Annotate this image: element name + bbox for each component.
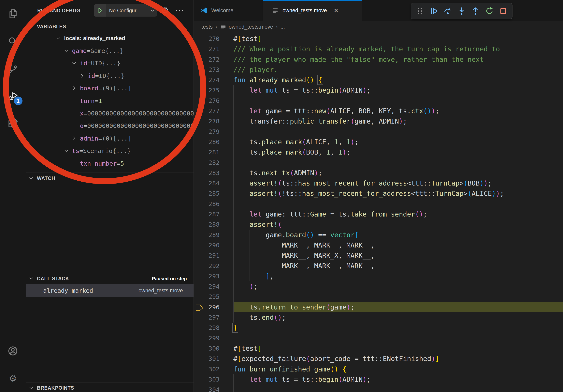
debug-config-dropdown[interactable]: No Configur… [94, 4, 157, 17]
continue-button[interactable] [428, 5, 440, 17]
breadcrumb-item[interactable]: ... [281, 24, 285, 30]
code-line-271[interactable]: 271/// When a position is already marked… [194, 44, 563, 54]
code-line-299[interactable]: 299 [194, 333, 563, 343]
line-number[interactable]: 290 [194, 240, 219, 250]
line-number[interactable]: 274 [194, 75, 219, 85]
activity-item-search[interactable] [0, 27, 26, 55]
variables-scope-row[interactable]: locals: already_marked [26, 32, 193, 44]
code-line-272[interactable]: 272/// the player who made the "false" m… [194, 54, 563, 65]
more-actions-button[interactable]: ··· [175, 6, 185, 15]
line-number[interactable]: 284 [194, 178, 219, 188]
step-out-button[interactable] [469, 5, 482, 17]
variable-row-board[interactable]: board = (9)[...] [26, 82, 193, 94]
variable-row-game[interactable]: game = Game{...} [26, 44, 193, 57]
code-line-302[interactable]: 302fun burn_unfinished_game() { [194, 364, 563, 374]
code-line-282[interactable]: 282 [194, 157, 563, 168]
restart-button[interactable] [483, 5, 496, 17]
line-number[interactable]: 271 [194, 44, 219, 54]
activity-item-run-and-debug[interactable]: 1 [0, 82, 26, 110]
section-header-call-stack[interactable]: CALL STACK Paused on step [26, 273, 193, 284]
chevron-right-icon[interactable] [71, 85, 77, 91]
stop-button[interactable] [497, 5, 509, 17]
drag-handle[interactable] [414, 5, 426, 17]
line-number[interactable]: 272 [194, 54, 219, 65]
line-number[interactable]: 299 [194, 333, 219, 343]
code-line-304[interactable]: 304 [194, 384, 563, 392]
code-line-279[interactable]: 279 [194, 127, 563, 137]
line-number[interactable]: 287 [194, 209, 219, 219]
line-number[interactable]: 288 [194, 219, 219, 230]
code-line-293[interactable]: 293 ], [194, 271, 563, 281]
line-number[interactable]: 302 [194, 364, 219, 374]
code-line-289[interactable]: 289 game.board() == vector[ [194, 230, 563, 240]
code-line-273[interactable]: 273/// player. [194, 65, 563, 75]
code-line-287[interactable]: 287 let game: ttt::Game = ts.take_from_s… [194, 209, 563, 219]
code-line-278[interactable]: 278 transfer::public_transfer(game, ADMI… [194, 116, 563, 126]
chevron-right-icon[interactable] [71, 135, 77, 141]
line-number[interactable]: 297 [194, 312, 219, 323]
breadcrumb-item[interactable]: owned_tests.move [220, 24, 273, 30]
line-number[interactable]: 273 [194, 65, 219, 75]
code-line-292[interactable]: 292 MARK__, MARK__, MARK__, [194, 261, 563, 271]
code-line-281[interactable]: 281 ts.place_mark(BOB, 1, 1); [194, 147, 563, 157]
line-number[interactable]: 300 [194, 343, 219, 353]
line-number[interactable]: 298 [194, 323, 219, 333]
line-number[interactable]: 279 [194, 127, 219, 137]
code-editor[interactable]: 270#[test]271/// When a position is alre… [194, 34, 563, 392]
line-number[interactable]: 295 [194, 291, 219, 302]
variable-row-txn_number[interactable]: txn_number = 5 [26, 157, 193, 170]
breadcrumb-item[interactable]: tests [201, 24, 213, 30]
activity-item-settings[interactable]: ⚙ [0, 365, 26, 392]
code-line-283[interactable]: 283 ts.next_tx(ADMIN); [194, 168, 563, 178]
activity-item-extensions[interactable] [0, 110, 26, 137]
line-number[interactable]: 275 [194, 85, 219, 95]
chevron-down-icon[interactable] [71, 60, 77, 66]
code-line-300[interactable]: 300#[test] [194, 343, 563, 353]
activity-item-source-control[interactable] [0, 55, 26, 82]
code-line-301[interactable]: 301#[expected_failure(abort_code = ttt::… [194, 353, 563, 364]
code-line-270[interactable]: 270#[test] [194, 34, 563, 44]
code-line-277[interactable]: 277 let game = ttt::new(ALICE, BOB, KEY,… [194, 106, 563, 116]
code-line-275[interactable]: 275 let mut ts = ts::begin(ADMIN); [194, 85, 563, 95]
line-number[interactable]: 291 [194, 250, 219, 261]
code-line-297[interactable]: 297 ts.end(); [194, 312, 563, 323]
code-line-280[interactable]: 280 ts.place_mark(ALICE, 1, 1); [194, 137, 563, 147]
line-number[interactable]: 282 [194, 157, 219, 168]
code-line-285[interactable]: 285 assert!(!ts::has_most_recent_for_add… [194, 188, 563, 198]
line-number[interactable]: 283 [194, 168, 219, 178]
code-line-298[interactable]: 298} [194, 323, 563, 333]
code-line-284[interactable]: 284 assert!(ts::has_most_recent_for_addr… [194, 178, 563, 188]
tab-owned-tests-move[interactable]: owned_tests.move✕ [263, 0, 362, 21]
line-number[interactable]: 281 [194, 147, 219, 157]
line-number[interactable]: 277 [194, 106, 219, 116]
variable-row-x[interactable]: x = 00000000000000000000000000000000… [26, 107, 193, 119]
section-header-breakpoints[interactable]: BREAKPOINTS [26, 382, 193, 392]
line-number[interactable]: 270 [194, 34, 219, 44]
line-number[interactable]: 286 [194, 199, 219, 209]
code-line-288[interactable]: 288 assert!( [194, 219, 563, 230]
code-line-294[interactable]: 294 ); [194, 281, 563, 291]
chevron-down-icon[interactable] [63, 148, 69, 154]
tab-welcome[interactable]: Welcome [194, 0, 263, 21]
section-header-variables[interactable]: VARIABLES [26, 21, 193, 32]
line-number[interactable]: 304 [194, 384, 219, 392]
code-line-274[interactable]: 274fun already_marked() { [194, 75, 563, 85]
code-line-291[interactable]: 291 MARK__, MARK_X, MARK__, [194, 250, 563, 261]
variable-row-ts[interactable]: ts = Scenario{...} [26, 145, 193, 157]
activity-item-accounts[interactable] [0, 337, 26, 365]
start-debugging-button[interactable] [94, 4, 106, 17]
line-number[interactable]: 293 [194, 271, 219, 281]
line-number[interactable]: 292 [194, 261, 219, 271]
line-number[interactable]: 280 [194, 137, 219, 147]
line-number[interactable]: 278 [194, 116, 219, 126]
variable-row-o[interactable]: o = 00000000000000000000000000000000. [26, 120, 193, 132]
debug-settings-button[interactable]: ⚙ [160, 6, 170, 15]
chevron-right-icon[interactable] [79, 73, 85, 79]
step-over-button[interactable] [442, 5, 454, 17]
line-number[interactable]: 303 [194, 374, 219, 384]
activity-item-explorer[interactable] [0, 0, 26, 27]
variable-row-id[interactable]: id = UID{...} [26, 57, 193, 69]
section-header-watch[interactable]: WATCH [26, 172, 193, 183]
line-number[interactable]: 289 [194, 230, 219, 240]
line-number[interactable]: 276 [194, 95, 219, 106]
